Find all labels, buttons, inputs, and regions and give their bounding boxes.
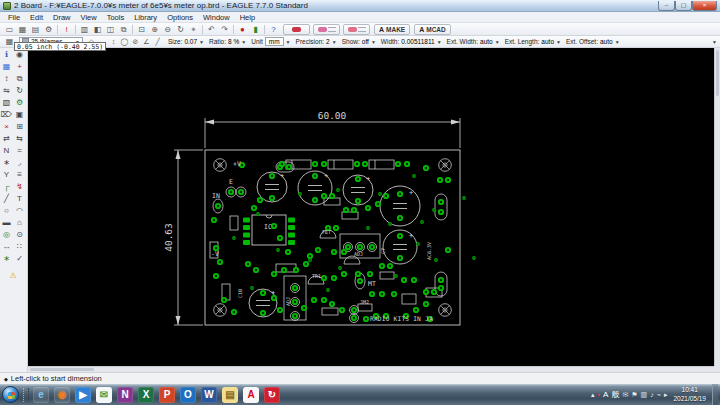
zoom-fit-icon[interactable]: ⊡ xyxy=(135,24,148,35)
vertical-scrollbar-thumb[interactable] xyxy=(716,50,719,96)
precision-param[interactable]: Precision:2▼ xyxy=(296,38,337,45)
route-tool-icon[interactable]: ┌ xyxy=(0,181,13,193)
replace-tool-icon[interactable]: ⇆ xyxy=(13,133,26,145)
ext-length-param[interactable]: Ext. Length:auto▼ xyxy=(505,38,561,45)
print-icon[interactable]: ▤ xyxy=(29,24,42,35)
drc-tool-icon[interactable]: ✓ xyxy=(13,253,26,265)
pcb-vendor-button-1[interactable] xyxy=(283,24,310,35)
maximize-button[interactable]: ▢ xyxy=(675,1,692,11)
ext-width-param[interactable]: Ext. Width:auto▼ xyxy=(447,38,500,45)
toolbar-overflow-icon[interactable]: ▼ xyxy=(712,39,717,45)
menu-edit[interactable]: Edit xyxy=(25,13,48,22)
red-sync-app-icon[interactable]: ↻ xyxy=(264,387,280,403)
errors-tool-icon[interactable]: ⚠ xyxy=(0,270,26,282)
optimize-tool-icon[interactable]: ≡ xyxy=(13,169,26,181)
tray-volume-icon[interactable]: ♪ xyxy=(650,391,654,398)
mail-icon[interactable]: ✉ xyxy=(96,387,112,403)
polygon-tool-icon[interactable]: ⌂ xyxy=(13,217,26,229)
sheet-icon[interactable]: ▥ xyxy=(78,24,91,35)
rect-tool-icon[interactable]: ▬ xyxy=(0,217,13,229)
dim-diameter-icon[interactable]: ⊘ xyxy=(130,37,141,47)
group-tool-icon[interactable]: ▧ xyxy=(0,97,13,109)
pcb-vendor-button-2[interactable] xyxy=(313,24,340,35)
size-param[interactable]: Size:0.07▼ xyxy=(168,38,204,45)
info-tool-icon[interactable]: ℹ xyxy=(0,49,13,61)
zoom-redraw-icon[interactable]: ↻ xyxy=(174,24,187,35)
delete-tool-icon[interactable]: × xyxy=(0,121,13,133)
help-icon[interactable]: ? xyxy=(267,24,280,35)
taskbar-grip[interactable] xyxy=(23,388,29,402)
word-icon[interactable]: W xyxy=(201,387,217,403)
file-explorer-icon[interactable]: ▤ xyxy=(222,387,238,403)
run-script-icon[interactable]: ! xyxy=(60,24,73,35)
text-tool-icon[interactable]: T xyxy=(13,193,26,205)
redo-icon[interactable]: ↷ xyxy=(218,24,231,35)
make-button[interactable]: A MAKE xyxy=(374,24,410,35)
name-tool-icon[interactable]: N xyxy=(0,145,13,157)
menu-options[interactable]: Options xyxy=(162,13,198,22)
ripup-tool-icon[interactable]: ↯ xyxy=(13,181,26,193)
ime-input-mode[interactable]: A xyxy=(603,390,608,399)
excel-icon[interactable]: X xyxy=(138,387,154,403)
ext-offset-param[interactable]: Ext. Offset:auto▼ xyxy=(566,38,620,45)
stop-icon[interactable]: ● xyxy=(236,24,249,35)
acrobat-reader-icon[interactable]: A xyxy=(243,387,259,403)
rotate-tool-icon[interactable]: ↻ xyxy=(13,85,26,97)
tray-eject-icon[interactable]: ▸ xyxy=(664,391,668,399)
vertical-scrollbar[interactable] xyxy=(714,48,720,366)
open-icon[interactable]: ▭ xyxy=(3,24,16,35)
mark-tool-icon[interactable]: + xyxy=(13,61,26,73)
outlook-icon[interactable]: O xyxy=(180,387,196,403)
cut-tool-icon[interactable]: ⌦ xyxy=(0,109,13,121)
horizontal-scrollbar-thumb[interactable] xyxy=(30,368,94,371)
cam-processor-icon[interactable]: ⚙ xyxy=(42,24,55,35)
mcad-button[interactable]: A MCAD xyxy=(414,24,451,35)
dim-vertical-icon[interactable]: ↕ xyxy=(108,37,119,47)
window-cascade-icon[interactable]: ⧉ xyxy=(117,24,130,35)
ime-conversion-mode[interactable]: 般 xyxy=(611,389,619,400)
zoom-in-icon[interactable]: ⊕ xyxy=(148,24,161,35)
wire-tool-icon[interactable]: ╱ xyxy=(0,193,13,205)
smash-tool-icon[interactable]: ∗ xyxy=(0,157,13,169)
show-desktop-button[interactable] xyxy=(712,384,718,405)
array-tool-icon[interactable]: ∷ xyxy=(13,241,26,253)
menu-help[interactable]: Help xyxy=(235,13,260,22)
value-tool-icon[interactable]: = xyxy=(13,145,26,157)
board-canvas[interactable]: 60.00 40.63 xyxy=(28,48,720,372)
copy-tool-icon[interactable]: ⧉ xyxy=(13,73,26,85)
unit-param[interactable]: Unitmm▼ xyxy=(251,37,290,46)
undo-icon[interactable]: ↶ xyxy=(205,24,218,35)
add-tool-icon[interactable]: ⊞ xyxy=(13,121,26,133)
onenote-icon[interactable]: N xyxy=(117,387,133,403)
show-param[interactable]: Show:off▼ xyxy=(342,38,376,45)
window-new-icon[interactable]: ◧ xyxy=(91,24,104,35)
close-button[interactable]: × xyxy=(692,1,717,11)
dim-radius-icon[interactable]: ◯ xyxy=(119,37,130,47)
pcb-vendor-button-3[interactable] xyxy=(343,24,370,35)
media-player-icon[interactable]: ▶ xyxy=(75,387,91,403)
window-tile-icon[interactable]: ◫ xyxy=(104,24,117,35)
tray-display-icon[interactable]: ▥ xyxy=(641,391,648,399)
menu-file[interactable]: File xyxy=(3,13,25,22)
dim-angle-icon[interactable]: ∠ xyxy=(141,37,152,47)
tray-flag-icon[interactable]: ⚑ xyxy=(631,391,637,399)
powerpoint-icon[interactable]: P xyxy=(159,387,175,403)
miter-tool-icon[interactable]: ◞ xyxy=(13,157,26,169)
menu-view[interactable]: View xyxy=(76,13,102,22)
firefox-icon[interactable]: ◉ xyxy=(54,387,70,403)
internet-explorer-icon[interactable]: e xyxy=(33,387,49,403)
move-tool-icon[interactable]: ↕ xyxy=(0,73,13,85)
dimension-tool-icon[interactable]: ↔ xyxy=(0,241,13,253)
zoom-out-icon[interactable]: ⊖ xyxy=(161,24,174,35)
via-tool-icon[interactable]: ◎ xyxy=(0,229,13,241)
pinswap-tool-icon[interactable]: ⇄ xyxy=(0,133,13,145)
arc-tool-icon[interactable]: ◠ xyxy=(13,205,26,217)
circle-tool-icon[interactable]: ○ xyxy=(0,205,13,217)
taskbar-clock[interactable]: 10:41 2021/05/19 xyxy=(673,386,706,402)
mirror-tool-icon[interactable]: ⇋ xyxy=(0,85,13,97)
save-icon[interactable]: ▦ xyxy=(16,24,29,35)
change-tool-icon[interactable]: ⚙ xyxy=(13,97,26,109)
ratsnest-tool-icon[interactable]: ∗ xyxy=(0,253,13,265)
zoom-select-icon[interactable]: ⌖ xyxy=(187,24,200,35)
menu-tools[interactable]: Tools xyxy=(102,13,130,22)
